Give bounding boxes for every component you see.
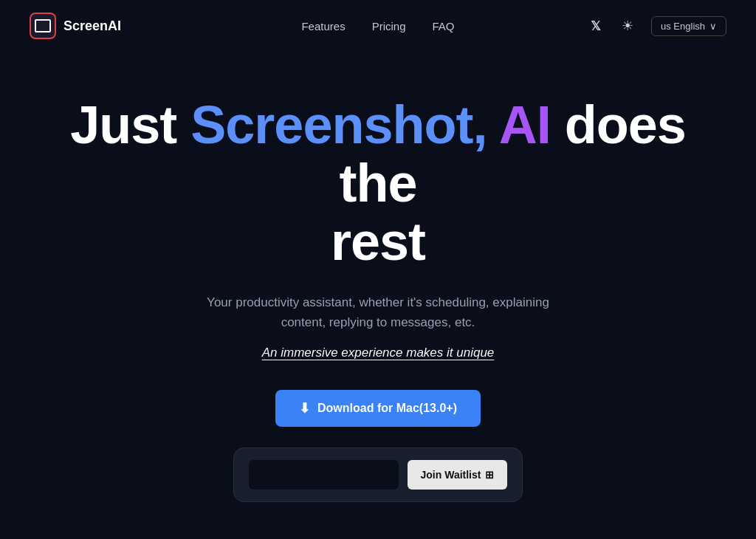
nav-link-pricing[interactable]: Pricing: [372, 20, 406, 32]
download-button[interactable]: ⬇ Download for Mac(13.0+): [275, 390, 481, 427]
twitter-x-button[interactable]: 𝕏: [588, 16, 604, 37]
hero-section: Just Screenshot, AI does therest Your pr…: [0, 52, 756, 532]
waitlist-email-input[interactable]: [249, 460, 399, 490]
brand-logo-area: ScreenAI: [30, 13, 121, 39]
logo-icon: [30, 13, 56, 39]
hero-title-screenshot: Screenshot,: [190, 95, 487, 154]
waitlist-button-label: Join Waitlist: [421, 469, 481, 481]
hero-tagline: An immersive experience makes it unique: [262, 346, 495, 360]
nav-link-faq[interactable]: FAQ: [433, 20, 455, 32]
nav-link-features[interactable]: Features: [301, 20, 345, 32]
windows-icon: ⊞: [485, 469, 494, 481]
x-icon: 𝕏: [591, 18, 601, 34]
chevron-down-icon: ∨: [709, 21, 717, 32]
hero-subtitle: Your productivity assistant, whether it'…: [193, 292, 563, 332]
nav-links: Features Pricing FAQ: [301, 20, 454, 32]
language-selector[interactable]: us English ∨: [651, 16, 726, 36]
navbar-right: 𝕏 ☀ us English ∨: [588, 15, 726, 37]
hero-title-ai: AI: [487, 95, 550, 154]
language-label: us English: [661, 21, 705, 32]
download-label: Download for Mac(13.0+): [317, 402, 457, 415]
waitlist-container: Join Waitlist ⊞: [233, 447, 523, 502]
waitlist-button[interactable]: Join Waitlist ⊞: [408, 460, 508, 490]
download-icon: ⬇: [299, 400, 310, 416]
theme-toggle-button[interactable]: ☀: [619, 15, 636, 37]
sun-icon: ☀: [622, 18, 633, 34]
brand-name: ScreenAI: [63, 18, 121, 34]
hero-title: Just Screenshot, AI does therest: [46, 96, 710, 272]
navbar: ScreenAI Features Pricing FAQ 𝕏 ☀ us Eng…: [0, 0, 756, 52]
hero-title-just: Just: [70, 95, 190, 154]
